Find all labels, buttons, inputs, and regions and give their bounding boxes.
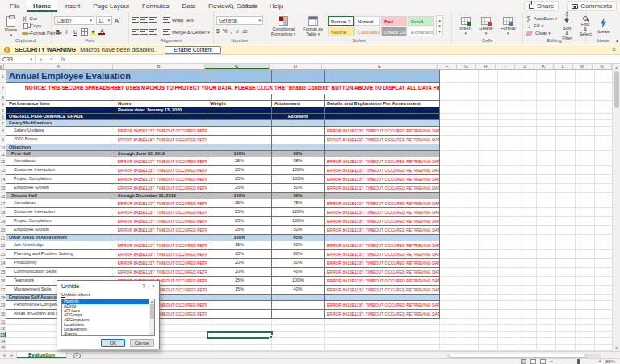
cell[interactable]: ERROR 8415E1337: TIMEOUT OCCURED RETRIEV…: [115, 136, 207, 144]
cell[interactable]: Weight: [207, 101, 272, 107]
cell[interactable]: 50%: [272, 259, 325, 268]
cell[interactable]: ERROR 8415E1337: TIMEOUT OCCURED RETRIEV…: [325, 268, 440, 277]
cell[interactable]: ERROR 8415E1337: TIMEOUT OCCURED RETRIEV…: [115, 208, 207, 217]
underline-button[interactable]: U: [72, 29, 79, 35]
cell[interactable]: Notes: [115, 101, 207, 107]
row-header-20[interactable]: 20: [0, 226, 6, 235]
zoom-level[interactable]: 85%: [605, 359, 615, 364]
row-header-3[interactable]: 3: [0, 94, 6, 101]
cell[interactable]: ERROR 8415E1337: TIMEOUT OCCURED RETRIEV…: [115, 217, 207, 226]
cell[interactable]: [207, 136, 272, 144]
cell[interactable]: [115, 114, 207, 120]
bold-button[interactable]: B: [54, 29, 61, 35]
cell[interactable]: Performance Item: [6, 101, 115, 107]
cell[interactable]: ERROR 8415E1337: TIMEOUT OCCURED RETRIEV…: [325, 136, 440, 144]
cell[interactable]: through December 31, 2019: [115, 193, 207, 199]
paste-button[interactable]: Paste ▾: [2, 14, 19, 38]
row-header-32[interactable]: 32: [0, 325, 6, 332]
cell[interactable]: ERROR 8415E1337: TIMEOUT OCCURED RETRIEV…: [325, 166, 440, 175]
row-header-21[interactable]: 21: [0, 235, 6, 241]
row-header-23[interactable]: 23: [0, 250, 6, 259]
sheet-nav-right-icon[interactable]: ▸: [8, 352, 16, 358]
cell[interactable]: ERROR 8415E1337: TIMEOUT OCCURED RETRIEV…: [115, 166, 207, 175]
cell[interactable]: [272, 144, 325, 151]
scroll-up-icon[interactable]: ▴: [615, 64, 618, 70]
cell[interactable]: [115, 144, 207, 151]
cell[interactable]: Details and Explanation For Assessment: [325, 101, 440, 107]
cell[interactable]: Employee Growth: [6, 184, 115, 193]
row-header-28[interactable]: 28: [0, 295, 6, 301]
cell[interactable]: [325, 338, 440, 345]
grow-font-button[interactable]: A▴: [114, 16, 121, 24]
page-break-view-icon[interactable]: [540, 359, 546, 364]
row-header-17[interactable]: 17: [0, 199, 6, 208]
cell[interactable]: Customer Interaction: [6, 208, 115, 217]
ribbon-tab-home[interactable]: Home: [27, 0, 57, 12]
cell[interactable]: Attendance: [6, 199, 115, 208]
clear-button[interactable]: Clear▾: [526, 30, 557, 36]
cell[interactable]: ERROR 8415E1337: TIMEOUT OCCURED RETRIEV…: [115, 127, 207, 136]
column-header-m[interactable]: M: [573, 64, 593, 70]
cell[interactable]: ERROR 8415E1337: TIMEOUT OCCURED RETRIEV…: [115, 175, 207, 184]
format-as-table-button[interactable]: Format asTable ▾: [300, 14, 325, 38]
conditional-formatting-button[interactable]: ConditionalFormatting ▾: [269, 14, 298, 38]
zoom-slider[interactable]: [557, 362, 594, 362]
cell[interactable]: [207, 114, 272, 120]
row-header-29[interactable]: 29: [0, 301, 6, 310]
column-header-k[interactable]: K: [534, 64, 554, 70]
cell[interactable]: 90%: [272, 241, 325, 250]
cell[interactable]: 100%: [272, 175, 325, 184]
cell[interactable]: [6, 107, 115, 114]
list-scroll-thumb[interactable]: [150, 304, 154, 319]
cell-style-explanatory[interactable]: Explanatory ...: [408, 27, 434, 36]
cell[interactable]: [207, 295, 272, 301]
vertical-scrollbar[interactable]: ▴ ▾: [612, 64, 620, 351]
list-scroll-up-icon[interactable]: ▴: [151, 299, 153, 303]
cell[interactable]: ERROR 8415E1337: TIMEOUT OCCURED RETRIEV…: [325, 157, 440, 166]
close-warning-icon[interactable]: ×: [612, 46, 616, 53]
cell[interactable]: OVERALL PERFORMANCE GRADE: [6, 114, 115, 120]
sheet-list-item-shares[interactable]: Shares: [62, 332, 154, 336]
new-sheet-button[interactable]: +: [73, 353, 81, 358]
cell[interactable]: ERROR 8415E1337: TIMEOUT OCCURED RETRIEV…: [325, 241, 440, 250]
share-button[interactable]: Share: [524, 1, 559, 11]
cell[interactable]: [207, 319, 272, 325]
cell[interactable]: Second Half: [6, 193, 115, 199]
cell[interactable]: ERROR 8415E1337: TIMEOUT OCCURED RETRIEV…: [115, 241, 207, 250]
cell[interactable]: 15%: [207, 277, 272, 286]
cell[interactable]: 120%: [272, 208, 325, 217]
row-header-4[interactable]: 4: [0, 101, 6, 107]
cell-style-bad[interactable]: Bad: [381, 16, 407, 26]
column-header-i[interactable]: I: [496, 64, 515, 70]
horizontal-scrollbar[interactable]: [447, 354, 601, 358]
cell[interactable]: ERROR 8415E1337: TIMEOUT OCCURED RETRIEV…: [115, 157, 207, 166]
cell[interactable]: Salary Modifications: [6, 120, 115, 127]
cell[interactable]: [272, 325, 325, 332]
cell[interactable]: ERROR 8415E1337: TIMEOUT OCCURED RETRIEV…: [115, 268, 207, 277]
cell[interactable]: ERROR 8415E1337: TIMEOUT OCCURED RETRIEV…: [115, 184, 207, 193]
cell[interactable]: [272, 301, 325, 310]
sheet-tab[interactable]: Evaluation: [16, 352, 67, 358]
cell[interactable]: [325, 332, 440, 338]
cell[interactable]: [207, 127, 272, 136]
row-header-25[interactable]: 25: [0, 268, 6, 277]
dialog-close-icon[interactable]: ×: [152, 283, 155, 289]
cell[interactable]: [207, 338, 272, 345]
row-header-19[interactable]: 19: [0, 217, 6, 226]
cell[interactable]: 25%: [207, 217, 272, 226]
cell[interactable]: [272, 345, 325, 351]
cell[interactable]: [272, 332, 325, 338]
cell[interactable]: 25%: [207, 199, 272, 208]
ribbon-tab-help[interactable]: Help: [263, 0, 289, 12]
align-bottom-icon[interactable]: [149, 17, 157, 23]
cell-style-calculation[interactable]: Calculation: [354, 27, 380, 36]
vertical-scroll-thumb[interactable]: [614, 71, 619, 108]
merge-center-button[interactable]: Merge & Center▾: [163, 29, 210, 36]
cell[interactable]: ERROR 8415E1337: TIMEOUT OCCURED RETRIEV…: [325, 301, 440, 310]
row-header-31[interactable]: 31: [0, 319, 6, 325]
borders-button[interactable]: [81, 28, 88, 36]
cell[interactable]: Planning and Problem Solving: [6, 250, 115, 259]
page-layout-view-icon[interactable]: [530, 359, 536, 364]
row-header-15[interactable]: 15: [0, 184, 6, 193]
column-header-g[interactable]: G: [457, 64, 476, 70]
